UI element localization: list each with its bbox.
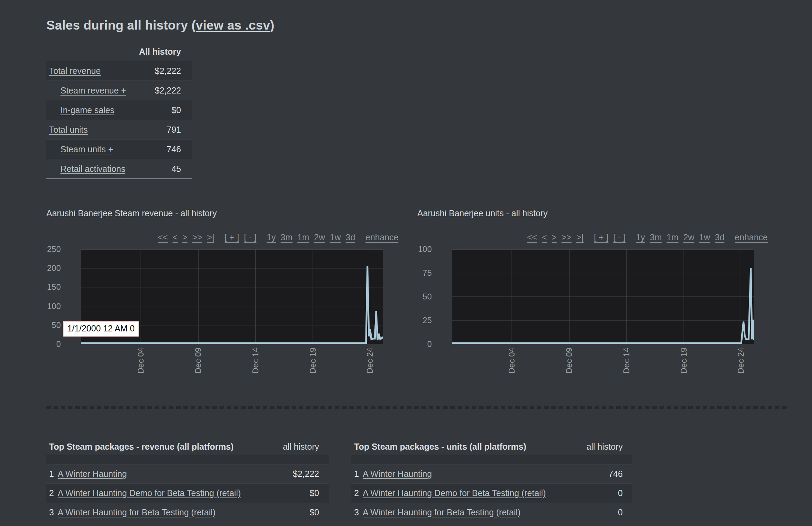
zoom-out-link[interactable]: [ - ] [244,232,256,242]
range-3d-link[interactable]: 3d [346,232,355,242]
package-link[interactable]: A Winter Haunting for Beta Testing (reta… [363,507,520,517]
nav-back-fast-link[interactable]: << [158,232,168,242]
table-row: Total units 791 [46,120,192,139]
chart-zoom-group: [ + ] [ - ] [225,232,257,242]
y-tick-label: 100 [418,244,432,254]
row-value: $0 [309,507,329,517]
table-row: In-game sales $0 [46,100,192,120]
x-axis: Dec 04 Dec 09 Dec 14 Dec 19 Dec 24 [452,344,754,380]
table-header: Top Steam packages - units (all platform… [351,438,632,455]
package-link[interactable]: A Winter Haunting Demo for Beta Testing … [58,488,241,498]
range-1m-link[interactable]: 1m [667,232,679,242]
summary-row-value: 791 [167,125,192,135]
view-as-csv-link[interactable]: view as .csv [196,18,270,32]
zoom-in-link[interactable]: [ + ] [225,232,239,242]
row-value: 0 [618,488,632,498]
table-spacer-row [46,455,329,464]
summary-column-header: All history [46,42,192,61]
summary-row-label: In-game sales [46,105,171,115]
summary-row-label: Total revenue [46,66,155,76]
range-3m-link[interactable]: 3m [650,232,662,242]
range-3d-link[interactable]: 3d [715,232,724,242]
y-tick-label: 75 [422,268,432,278]
units-chart-panel: Aarushi Banerjee units - all history << … [417,208,768,380]
table-row: 2 A Winter Haunting Demo for Beta Testin… [46,483,329,503]
nav-latest-link[interactable]: >| [207,232,214,242]
table-row: Total revenue $2,222 [46,61,192,80]
table-row: Steam revenue + $2,222 [46,80,192,100]
x-axis: Dec 04 Dec 09 Dec 14 Dec 19 Dec 24 [81,344,383,380]
range-3m-link[interactable]: 3m [281,232,293,242]
row-value: 0 [618,507,632,517]
range-1y-link[interactable]: 1y [267,232,275,242]
table-row: 1 A Winter Haunting $2,222 [46,464,329,483]
x-tick-label: Dec 04 [507,348,517,374]
package-link[interactable]: A Winter Haunting [58,469,127,479]
chart-zoom-group: [ + ] [ - ] [594,232,626,242]
x-tick-label: Dec 14 [622,348,631,374]
table-row: 3 A Winter Haunting for Beta Testing (re… [46,503,329,522]
nav-back-fast-link[interactable]: << [527,232,537,242]
plot-canvas[interactable] [452,249,754,344]
y-tick-label: 50 [422,292,432,302]
package-link[interactable]: A Winter Haunting Demo for Beta Testing … [363,488,546,498]
chart-controls: << < > >> >| [ + ] [ - ] 1y 3m 1m 2w 1w … [417,232,768,242]
table-period: all history [586,442,632,452]
y-tick-label: 50 [52,320,61,330]
nav-back-link[interactable]: < [542,232,547,242]
total-revenue-link[interactable]: Total revenue [49,66,101,76]
chart-title: Aarushi Banerjee Steam revenue - all his… [46,208,398,219]
table-header: Top Steam packages - revenue (all platfo… [46,438,329,455]
nav-forward-link[interactable]: > [552,232,557,242]
retail-activations-link[interactable]: Retail activations [60,164,125,174]
y-tick-label: 0 [56,339,61,349]
table-period: all history [283,442,329,452]
total-units-link[interactable]: Total units [49,125,88,134]
row-rank: 3 [46,507,54,517]
steam-units-link[interactable]: Steam units + [60,144,113,154]
in-game-sales-link[interactable]: In-game sales [60,105,114,115]
zoom-out-link[interactable]: [ - ] [613,232,625,242]
chart-tooltip: 1/1/2000 12 AM 0 [63,321,139,337]
enhance-link[interactable]: enhance [365,232,398,242]
range-2w-link[interactable]: 2w [314,232,325,242]
table-row: 2 A Winter Haunting Demo for Beta Testin… [351,483,632,503]
nav-forward-fast-link[interactable]: >> [192,232,202,242]
dashed-divider [46,406,787,409]
range-1m-link[interactable]: 1m [297,232,309,242]
x-tick-label: Dec 24 [736,348,746,374]
nav-latest-link[interactable]: >| [576,232,584,242]
table-row: 1 A Winter Haunting 746 [351,464,632,483]
range-1w-link[interactable]: 1w [699,232,710,242]
package-link[interactable]: A Winter Haunting [363,469,432,479]
package-link[interactable]: A Winter Haunting for Beta Testing (reta… [58,507,215,517]
x-tick-label: Dec 14 [251,348,260,374]
summary-row-value: $2,222 [155,66,192,76]
row-value: $0 [309,488,329,498]
range-2w-link[interactable]: 2w [683,232,694,242]
x-tick-label: Dec 09 [193,348,203,374]
y-tick-label: 25 [422,316,432,325]
steam-revenue-link[interactable]: Steam revenue + [60,86,126,95]
x-tick-label: Dec 04 [136,348,146,374]
chart-nav-group: << < > >> >| [158,232,214,242]
zoom-in-link[interactable]: [ + ] [594,232,608,242]
range-1w-link[interactable]: 1w [330,232,341,242]
chart-plot-area: 100 75 50 25 0 [417,249,768,344]
nav-forward-fast-link[interactable]: >> [562,232,572,242]
row-rank: 2 [351,488,359,498]
row-rank: 1 [351,469,359,479]
summary-row-value: $0 [171,105,192,115]
enhance-link[interactable]: enhance [735,232,768,242]
range-1y-link[interactable]: 1y [636,232,645,242]
table-row: Retail activations 45 [46,159,192,178]
table-row: 3 A Winter Haunting for Beta Testing (re… [351,503,632,522]
x-tick-label: Dec 24 [365,348,375,374]
table-title: Top Steam packages - units (all platform… [351,442,586,452]
nav-forward-link[interactable]: > [182,232,188,242]
summary-row-value: 746 [167,144,192,154]
summary-row-label: Steam units + [46,144,167,154]
nav-back-link[interactable]: < [172,232,178,242]
top-packages-revenue-table: Top Steam packages - revenue (all platfo… [46,438,329,522]
row-value: 746 [608,469,632,479]
